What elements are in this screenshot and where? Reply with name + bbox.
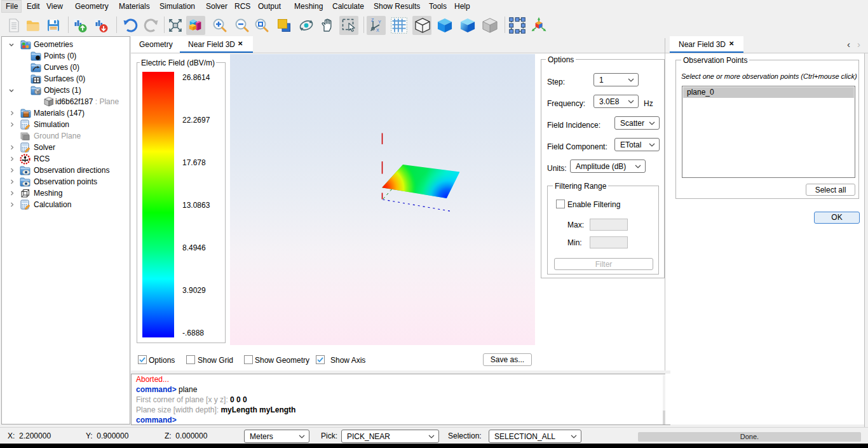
svg-text:Z: Z	[371, 18, 374, 22]
svg-text:Y: Y	[378, 20, 381, 24]
svg-text:X: X	[376, 28, 379, 32]
